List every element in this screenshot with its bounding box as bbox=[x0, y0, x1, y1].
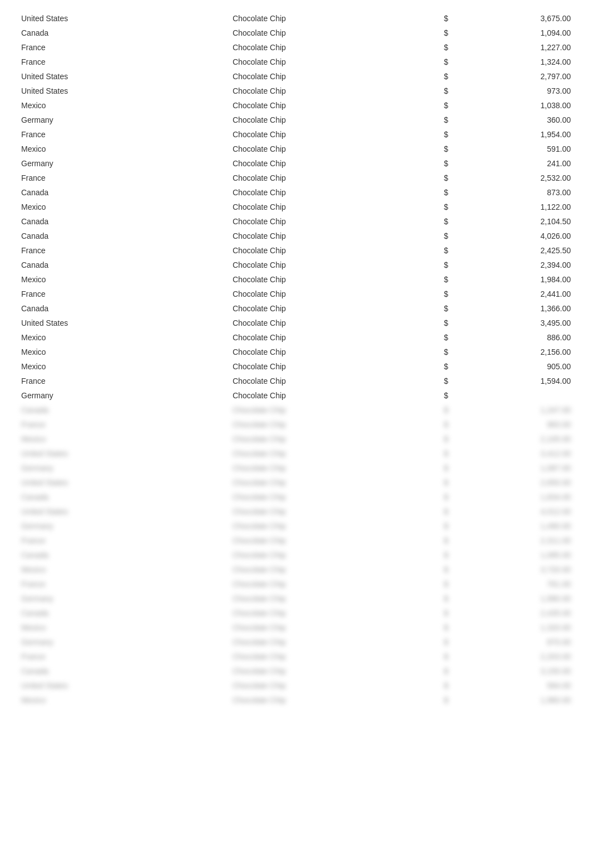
currency-cell: $ bbox=[439, 359, 484, 374]
table-row: Mexico Chocolate Chip $ 905.00 bbox=[17, 359, 575, 374]
currency-cell: $ bbox=[439, 127, 484, 142]
amount-cell-blurred: 1,990.00 bbox=[484, 591, 575, 606]
table-row-blurred: France Chocolate Chip $ 2,203.00 bbox=[17, 649, 575, 664]
country-cell: Canada bbox=[17, 214, 228, 229]
amount-cell-blurred: 2,650.00 bbox=[484, 475, 575, 490]
country-cell: Canada bbox=[17, 185, 228, 200]
table-row-blurred: United States Chocolate Chip $ 2,650.00 bbox=[17, 475, 575, 490]
currency-cell: $ bbox=[439, 330, 484, 345]
table-row-blurred: Germany Chocolate Chip $ 1,087.00 bbox=[17, 461, 575, 475]
country-cell-blurred: Mexico bbox=[17, 620, 228, 635]
table-row: Mexico Chocolate Chip $ 1,984.00 bbox=[17, 272, 575, 287]
table-row-blurred: Canada Chocolate Chip $ 1,247.00 bbox=[17, 403, 575, 417]
amount-cell bbox=[484, 388, 575, 403]
product-cell: Chocolate Chip bbox=[228, 200, 439, 214]
currency-cell: $ bbox=[439, 316, 484, 330]
table-row: France Chocolate Chip $ 2,441.00 bbox=[17, 287, 575, 301]
currency-cell-blurred: $ bbox=[439, 591, 484, 606]
amount-cell-blurred: 2,311.00 bbox=[484, 533, 575, 548]
country-cell: Canada bbox=[17, 26, 228, 40]
country-cell: Mexico bbox=[17, 200, 228, 214]
product-cell-blurred: Chocolate Chip bbox=[228, 591, 439, 606]
country-cell-blurred: Germany bbox=[17, 591, 228, 606]
product-cell: Chocolate Chip bbox=[228, 171, 439, 185]
product-cell: Chocolate Chip bbox=[228, 142, 439, 156]
currency-cell: $ bbox=[439, 374, 484, 388]
country-cell-blurred: Canada bbox=[17, 403, 228, 417]
country-cell-blurred: United States bbox=[17, 504, 228, 519]
country-cell: United States bbox=[17, 69, 228, 84]
amount-cell: 2,797.00 bbox=[484, 69, 575, 84]
currency-cell: $ bbox=[439, 258, 484, 272]
amount-cell: 973.00 bbox=[484, 84, 575, 98]
currency-cell: $ bbox=[439, 243, 484, 258]
product-cell: Chocolate Chip bbox=[228, 156, 439, 171]
currency-cell: $ bbox=[439, 388, 484, 403]
country-cell: France bbox=[17, 243, 228, 258]
product-cell-blurred: Chocolate Chip bbox=[228, 533, 439, 548]
amount-cell-blurred: 1,834.00 bbox=[484, 490, 575, 504]
product-cell: Chocolate Chip bbox=[228, 127, 439, 142]
product-cell-blurred: Chocolate Chip bbox=[228, 461, 439, 475]
amount-cell: 591.00 bbox=[484, 142, 575, 156]
amount-cell: 1,038.00 bbox=[484, 98, 575, 113]
amount-cell: 1,984.00 bbox=[484, 272, 575, 287]
amount-cell: 360.00 bbox=[484, 113, 575, 127]
currency-cell-blurred: $ bbox=[439, 678, 484, 693]
table-row: France Chocolate Chip $ 1,594.00 bbox=[17, 374, 575, 388]
product-cell: Chocolate Chip bbox=[228, 359, 439, 374]
currency-cell: $ bbox=[439, 185, 484, 200]
product-cell: Chocolate Chip bbox=[228, 287, 439, 301]
amount-cell-blurred: 1,490.00 bbox=[484, 519, 575, 533]
amount-cell-blurred: 584.00 bbox=[484, 678, 575, 693]
amount-cell-blurred: 2,435.00 bbox=[484, 606, 575, 620]
country-cell-blurred: Germany bbox=[17, 461, 228, 475]
data-table: United States Chocolate Chip $ 3,675.00 … bbox=[17, 11, 575, 707]
currency-cell: $ bbox=[439, 142, 484, 156]
amount-cell: 1,324.00 bbox=[484, 55, 575, 69]
table-row: Canada Chocolate Chip $ 2,104.50 bbox=[17, 214, 575, 229]
product-cell: Chocolate Chip bbox=[228, 69, 439, 84]
country-cell: France bbox=[17, 287, 228, 301]
country-cell: Germany bbox=[17, 113, 228, 127]
country-cell: France bbox=[17, 374, 228, 388]
product-cell: Chocolate Chip bbox=[228, 113, 439, 127]
product-cell: Chocolate Chip bbox=[228, 316, 439, 330]
country-cell: Canada bbox=[17, 301, 228, 316]
product-cell: Chocolate Chip bbox=[228, 98, 439, 113]
product-cell-blurred: Chocolate Chip bbox=[228, 649, 439, 664]
product-cell: Chocolate Chip bbox=[228, 243, 439, 258]
currency-cell-blurred: $ bbox=[439, 446, 484, 461]
country-cell: Mexico bbox=[17, 330, 228, 345]
country-cell: Mexico bbox=[17, 272, 228, 287]
product-cell-blurred: Chocolate Chip bbox=[228, 519, 439, 533]
currency-cell-blurred: $ bbox=[439, 693, 484, 707]
table-row: Mexico Chocolate Chip $ 886.00 bbox=[17, 330, 575, 345]
product-cell: Chocolate Chip bbox=[228, 40, 439, 55]
table-row: United States Chocolate Chip $ 973.00 bbox=[17, 84, 575, 98]
table-row: France Chocolate Chip $ 2,532.00 bbox=[17, 171, 575, 185]
table-row-blurred: Mexico Chocolate Chip $ 3,720.00 bbox=[17, 562, 575, 577]
country-cell-blurred: Canada bbox=[17, 664, 228, 678]
table-row-blurred: Germany Chocolate Chip $ 1,490.00 bbox=[17, 519, 575, 533]
table-row: Canada Chocolate Chip $ 4,026.00 bbox=[17, 229, 575, 243]
country-cell: France bbox=[17, 171, 228, 185]
product-cell: Chocolate Chip bbox=[228, 388, 439, 403]
amount-cell-blurred: 3,720.00 bbox=[484, 562, 575, 577]
country-cell-blurred: France bbox=[17, 417, 228, 432]
currency-cell-blurred: $ bbox=[439, 432, 484, 446]
currency-cell: $ bbox=[439, 156, 484, 171]
amount-cell: 3,675.00 bbox=[484, 11, 575, 26]
currency-cell: $ bbox=[439, 11, 484, 26]
table-row-blurred: Mexico Chocolate Chip $ 1,320.00 bbox=[17, 620, 575, 635]
currency-cell: $ bbox=[439, 200, 484, 214]
country-cell-blurred: Mexico bbox=[17, 693, 228, 707]
product-cell: Chocolate Chip bbox=[228, 301, 439, 316]
currency-cell-blurred: $ bbox=[439, 504, 484, 519]
country-cell-blurred: United States bbox=[17, 446, 228, 461]
table-row: Mexico Chocolate Chip $ 2,156.00 bbox=[17, 345, 575, 359]
product-cell-blurred: Chocolate Chip bbox=[228, 664, 439, 678]
product-cell: Chocolate Chip bbox=[228, 374, 439, 388]
product-cell-blurred: Chocolate Chip bbox=[228, 562, 439, 577]
table-row: Germany Chocolate Chip $ bbox=[17, 388, 575, 403]
